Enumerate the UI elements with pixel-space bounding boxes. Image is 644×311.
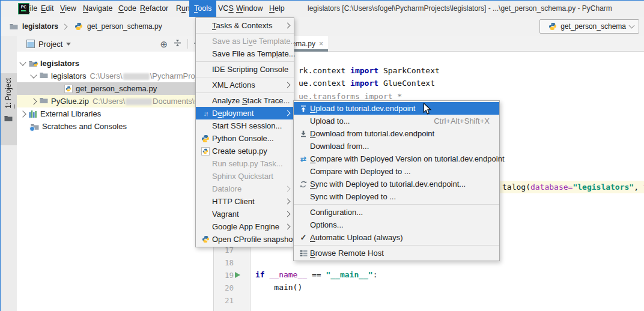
scratches-icon — [31, 123, 39, 130]
deployment-submenu-item-sync-with-deployed-endpoint[interactable]: Sync with Deployed to tutorial.dev.endpo… — [294, 178, 499, 190]
menu-item-label: Upload to... — [310, 116, 350, 125]
chevron-down-icon — [629, 23, 635, 29]
close-icon[interactable]: × — [319, 40, 323, 48]
chevron-right-icon[interactable] — [30, 98, 37, 104]
tools-menu-item-open-cprofile-snapshot[interactable]: Open CProfile snapshot — [196, 233, 294, 246]
pycharm-window: PC FileEditViewNavigateCodeRefactorRunTo… — [0, 0, 644, 311]
mouse-cursor — [423, 103, 432, 118]
deployment-submenu-item-sync-with-deployed-to[interactable]: Sync with Deployed to ... — [294, 190, 499, 203]
tools-menu-item-vagrant[interactable]: Vagrant — [196, 208, 294, 220]
python-file-icon — [74, 22, 83, 31]
menubar-item-view[interactable]: View — [55, 0, 81, 17]
run-configuration-select[interactable]: get_person_schema — [539, 19, 639, 34]
menu-item-label: Google App Engine — [212, 222, 279, 231]
menu-separator — [196, 61, 294, 62]
tree-item-external-libraries[interactable]: External Libraries — [17, 107, 213, 120]
project-tab-label: 1: Project — [4, 78, 13, 109]
deployment-submenu-item-compare-with-deployed-version[interactable]: ⇄Compare with Deployed Version on tutori… — [294, 152, 499, 165]
gutter-line-number: 20 — [216, 282, 234, 294]
tools-menu-item-tasks-contexts[interactable]: Tasks & Contexts — [196, 19, 294, 32]
breadcrumb-separator-icon — [62, 23, 68, 29]
tree-item-label: legislators — [51, 71, 87, 80]
deployment-submenu-item-automatic-upload[interactable]: ✓Automatic Upload (always) — [294, 231, 499, 244]
tool-window-stripe: 1: Project — [0, 36, 17, 311]
tools-menu-item-python-console[interactable]: Python Console... — [196, 132, 294, 145]
tree-item-legislators-src[interactable]: legislatorsC:\Users\\PycharmProjects\leg… — [17, 70, 213, 82]
menu-item-label: Save File as Template... — [212, 49, 296, 58]
tools-menu-item-analyze-stack-trace[interactable]: Analyze Stack Trace... — [196, 94, 294, 107]
deploy-icon-slot: ↓↑ — [199, 110, 212, 117]
chevron-down-icon[interactable] — [30, 71, 37, 78]
breadcrumb-file[interactable]: get_person_schema.py — [87, 22, 162, 31]
menubar-item-window[interactable]: Window — [231, 0, 267, 17]
menu-item-label: Download from... — [310, 142, 369, 151]
deployment-submenu-item-configuration[interactable]: Configuration... — [294, 206, 499, 219]
tools-menu-item-save-file-as-template[interactable]: Save File as Template... — [196, 47, 294, 60]
menu-item-label: HTTP Client — [212, 197, 255, 206]
chevron-right-icon[interactable] — [19, 110, 26, 117]
run-line-marker-icon[interactable] — [235, 272, 240, 278]
deployment-submenu-popup: Upload to tutorial.dev.endpointUpload to… — [293, 100, 500, 261]
tools-menu-item-start-ssh-session[interactable]: Start SSH session... — [196, 119, 294, 132]
tools-menu-item-xml-actions[interactable]: XML Actions — [196, 79, 294, 91]
menu-item-label: Download from tutorial.dev.endpoint — [310, 129, 434, 138]
window-title: legislators [C:\Users\sfogel\PycharmProj… — [308, 0, 612, 17]
menubar-item-refactor[interactable]: Refactor — [135, 0, 173, 17]
menu-separator — [196, 77, 294, 77]
code-line: ue.context import GlueContext — [299, 77, 435, 89]
chevron-down-icon[interactable] — [19, 59, 26, 65]
tool-window-button-project[interactable]: 1: Project — [0, 73, 17, 145]
tools-menu-item-google-app-engine[interactable]: Google App Engine — [196, 220, 294, 233]
deployment-submenu-item-download-from-endpoint[interactable]: Download from tutorial.dev.endpoint — [294, 127, 499, 140]
chevron-down-icon[interactable] — [66, 43, 71, 46]
menu-item-label: Datalore — [212, 184, 242, 193]
gutter-line-number: 19 — [216, 269, 234, 282]
tree-item-get-person-schema-py[interactable]: get_person_schema.py — [17, 82, 213, 95]
sync-icon-slot — [297, 180, 310, 189]
tree-item-scratches-and-consoles[interactable]: Scratches and Consoles — [17, 120, 213, 133]
deployment-submenu-item-browse-remote-host[interactable]: Browse Remote Host — [294, 247, 499, 259]
tools-menu-item-sphinx-quickstart[interactable]: Sphinx Quickstart — [196, 170, 294, 183]
tree-item-label: get_person_schema.py — [76, 84, 157, 93]
deployment-submenu-item-options[interactable]: Options... — [294, 219, 499, 231]
tools-menu-item-deployment[interactable]: ↓↑Deployment — [196, 107, 294, 119]
menu-item-label: Sync with Deployed to ... — [310, 192, 396, 201]
deployment-submenu-item-download-from[interactable]: Download from... — [294, 140, 499, 152]
collapse-all-icon[interactable] — [174, 39, 181, 49]
tools-menu-item-run-setup-py-task[interactable]: Run setup.py Task... — [196, 157, 294, 170]
deployment-submenu-item-upload-to[interactable]: Upload to...Ctrl+Alt+Shift+X — [294, 115, 499, 127]
tools-menu-item-create-setup-py[interactable]: Create setup.py — [196, 145, 294, 157]
toolbar-divider — [187, 39, 188, 49]
tree-item-label: Scratches and Consoles — [42, 122, 127, 131]
tools-menu-item-http-client[interactable]: HTTP Client — [196, 195, 294, 208]
tree-item-pyglue-zip[interactable]: PyGlue.zipC:\Users\Documents\Glue\ — [17, 95, 213, 107]
menu-item-label: Vagrant — [212, 210, 239, 219]
remote-host-icon — [300, 250, 308, 257]
navigation-bar: legislators get_person_schema.py get_per… — [0, 17, 644, 37]
tree-item-label: legislators — [40, 59, 79, 68]
download-icon-slot — [297, 130, 310, 137]
deployment-icon: ↓↑ — [204, 110, 208, 117]
deployment-submenu-item-upload-to-endpoint[interactable]: Upload to tutorial.dev.endpoint — [294, 102, 499, 115]
menubar-item-navigate[interactable]: Navigate — [78, 0, 117, 17]
tools-menu-item-save-as-live-template[interactable]: Save as Live Template... — [196, 35, 294, 47]
menubar-item-tools[interactable]: Tools — [189, 0, 216, 17]
tools-menu-item-ide-scripting-console[interactable]: IDE Scripting Console — [196, 63, 294, 76]
menu-item-label: Create setup.py — [212, 146, 267, 156]
locate-file-icon[interactable]: ⊕ — [160, 40, 168, 49]
browse-icon-slot — [297, 250, 310, 257]
menubar-item-help[interactable]: Help — [264, 0, 290, 17]
project-panel: Project ⊕ legislatorslegislatorsC:\Users… — [17, 36, 213, 311]
project-panel-header[interactable]: Project ⊕ — [17, 36, 213, 52]
sync-icon — [299, 180, 308, 189]
download-icon — [300, 130, 307, 137]
code-line: main() — [255, 281, 302, 294]
tree-item-legislators-root[interactable]: legislators — [17, 57, 213, 70]
menu-item-label: Sphinx Quickstart — [212, 172, 273, 181]
deployment-submenu-item-compare-with-deployed-to[interactable]: Compare with Deployed to ... — [294, 165, 499, 178]
submenu-arrow-icon — [285, 110, 291, 116]
breadcrumb-project[interactable]: legislators — [22, 22, 58, 31]
menu-item-label: Upload to tutorial.dev.endpoint — [310, 104, 415, 113]
project-toolwindow-icon — [26, 40, 35, 48]
tools-menu-item-datalore[interactable]: Datalore — [196, 183, 294, 195]
